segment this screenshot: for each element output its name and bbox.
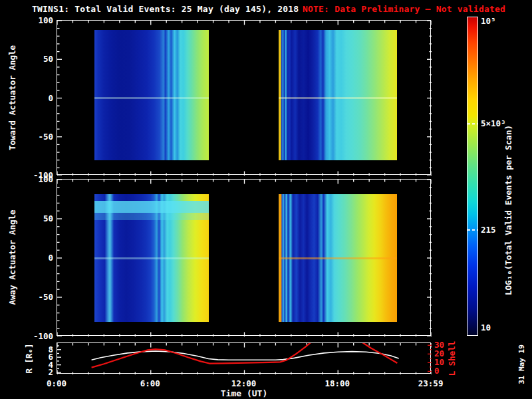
toward-axis-ticks bbox=[57, 21, 432, 176]
y-tick-label: 100 bbox=[38, 174, 53, 184]
away-spectrogram-panel bbox=[57, 179, 431, 336]
y-tick-label: 50 bbox=[43, 213, 53, 223]
y-axis-label-away: Away Actuator Angle bbox=[7, 210, 17, 305]
y-tick-label: 0 bbox=[48, 92, 53, 102]
colorbar-ticks bbox=[467, 17, 477, 335]
lshell-tick-label: 0 bbox=[434, 366, 440, 376]
y-axis-label-toward: Toward Actuator Angle bbox=[7, 45, 17, 150]
colorbar-title: LOG₁₀(Total Valid Events per Scan) bbox=[503, 125, 513, 295]
y-tick-label: 100 bbox=[38, 15, 53, 25]
preliminary-note: NOTE: Data Preliminary – Not validated bbox=[303, 4, 505, 14]
colorbar-tick-label: 10 bbox=[481, 323, 491, 332]
twins1-plot-figure: TWINS1: Total Valid Events: 25 May (day … bbox=[0, 0, 532, 399]
x-tick-label: 0:00 bbox=[47, 378, 66, 388]
x-tick-label: 12:00 bbox=[231, 378, 257, 388]
colorbar bbox=[467, 17, 478, 336]
y-tick-label: 50 bbox=[43, 54, 53, 64]
r-tick-label: 2 bbox=[48, 367, 53, 377]
toward-spectrogram-panel bbox=[57, 20, 431, 175]
plot-title: TWINS1: Total Valid Events: 25 May (day … bbox=[32, 4, 299, 14]
x-tick-label: 23:59 bbox=[418, 378, 444, 388]
y-tick-label: -100 bbox=[33, 331, 53, 341]
colorbar-tick-label: 5×10³ bbox=[481, 118, 506, 128]
plot-date-watermark: 31 May 19 bbox=[517, 344, 526, 384]
away-axis-ticks bbox=[57, 180, 432, 336]
curve-l-shell bbox=[92, 343, 312, 368]
y-axis-label-r: R [Rₑ] bbox=[24, 343, 34, 373]
y-tick-label: -50 bbox=[38, 131, 53, 141]
colorbar-tick-label: 215 bbox=[481, 224, 496, 234]
y-axis-label-lshell: L Shell bbox=[447, 341, 457, 376]
y-tick-label: 0 bbox=[48, 253, 53, 263]
ephemeris-ticks-and-curves bbox=[57, 343, 432, 374]
curve-l-shell bbox=[361, 343, 397, 363]
x-axis-title: Time (UT) bbox=[221, 388, 267, 398]
colorbar-tick-label: 10⁵ bbox=[481, 15, 496, 25]
x-tick-label: 6:00 bbox=[140, 378, 160, 388]
y-tick-label: -50 bbox=[38, 292, 53, 302]
x-tick-label: 18:00 bbox=[325, 378, 350, 388]
ephemeris-panel bbox=[57, 342, 431, 374]
